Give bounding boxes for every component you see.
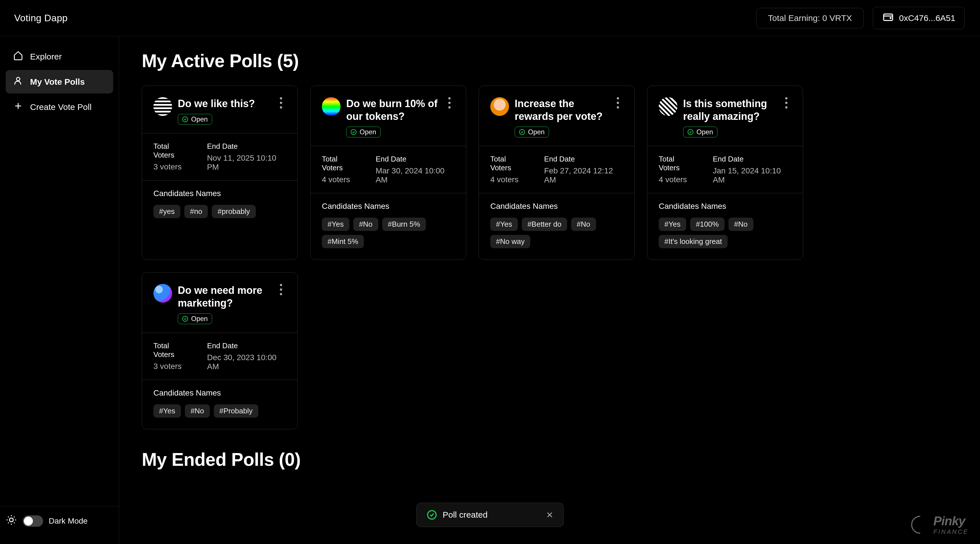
candidate-tags: #yes#no#probably	[153, 205, 286, 218]
candidate-tag: #Yes	[659, 217, 686, 231]
check-circle-icon	[427, 510, 437, 520]
svg-point-13	[617, 97, 619, 100]
candidate-tag: #100%	[690, 217, 724, 231]
candidates-label: Candidates Names	[322, 202, 455, 211]
candidate-tags: #Yes#Better do#No#No way	[490, 217, 623, 248]
header: Voting Dapp Total Earning: 0 VRTX 0xC476…	[0, 0, 980, 36]
candidate-tag: #Mint 5%	[322, 235, 364, 248]
poll-avatar	[153, 284, 172, 303]
poll-title: Do we burn 10% of our tokens?	[346, 97, 439, 123]
end-date-label: End Date	[207, 341, 286, 350]
poll-card: Increase the rewards per vote? Open Tota…	[479, 86, 635, 260]
end-date-value: Dec 30, 2023 10:00 AM	[207, 353, 286, 371]
svg-point-14	[617, 102, 619, 104]
section-title-active: My Active Polls (5)	[142, 51, 957, 71]
poll-avatar	[322, 97, 340, 116]
candidate-tags: #Yes#No#Probably	[153, 404, 286, 418]
svg-point-17	[785, 97, 788, 100]
toast-message: Poll created	[443, 510, 487, 520]
voters-value: 3 voters	[153, 162, 190, 171]
sidebar-item-explorer[interactable]: Explorer	[6, 45, 113, 68]
status-label: Open	[191, 115, 208, 123]
wallet-button[interactable]: 0xC476...6A51	[873, 7, 965, 29]
candidate-tag: #Better do	[522, 217, 567, 231]
candidate-tag: #no	[184, 205, 208, 218]
voters-label: Total Voters	[322, 155, 359, 172]
sun-icon	[6, 514, 17, 528]
section-title-ended: My Ended Polls (0)	[142, 449, 957, 470]
sidebar-item-label: Explorer	[30, 52, 62, 62]
user-icon	[13, 76, 23, 88]
footer-brand-logo: Pinky FINANCE	[911, 514, 969, 536]
header-right: Total Earning: 0 VRTX 0xC476...6A51	[756, 7, 965, 29]
poll-card: Is this something really amazing? Open T…	[647, 86, 803, 260]
svg-point-23	[280, 293, 282, 295]
sidebar: Explorer My Vote Polls Create Vote Poll	[0, 36, 119, 544]
candidates-label: Candidates Names	[153, 189, 286, 198]
candidate-tag: #Yes	[153, 404, 181, 418]
end-date-value: Mar 30, 2024 10:00 AM	[376, 166, 455, 184]
poll-more-button[interactable]	[444, 97, 455, 108]
svg-point-11	[448, 106, 450, 108]
end-date-label: End Date	[544, 155, 623, 163]
swirl-icon	[907, 512, 933, 538]
candidate-tag: #No	[729, 217, 753, 231]
voters-label: Total Voters	[659, 155, 696, 172]
candidate-tag: #It's looking great	[659, 235, 728, 248]
voters-value: 4 voters	[322, 175, 359, 184]
candidates-label: Candidates Names	[659, 202, 791, 211]
plus-icon	[13, 101, 23, 113]
candidate-tag: #No	[571, 217, 596, 231]
voters-label: Total Voters	[153, 142, 190, 160]
poll-avatar	[659, 97, 678, 116]
svg-point-9	[448, 97, 450, 100]
voters-label: Total Voters	[153, 341, 190, 359]
candidate-tag: #Yes	[490, 217, 518, 231]
candidate-tag: #Probably	[214, 404, 258, 418]
sidebar-item-label: My Vote Polls	[30, 77, 85, 87]
theme-toggle-row: Dark Mode	[0, 506, 119, 536]
svg-point-21	[280, 284, 282, 286]
poll-card: Do we like this? Open Total Voters 3 vot…	[142, 86, 298, 260]
candidates-label: Candidates Names	[490, 202, 623, 211]
end-date-value: Nov 11, 2025 10:10 PM	[207, 154, 286, 172]
wallet-address: 0xC476...6A51	[899, 13, 955, 23]
status-label: Open	[191, 315, 208, 323]
svg-point-3	[10, 518, 13, 522]
status-badge: Open	[683, 127, 718, 137]
svg-point-2	[16, 77, 20, 81]
poll-more-button[interactable]	[613, 97, 623, 108]
poll-title: Is this something really amazing?	[683, 97, 776, 123]
status-badge: Open	[178, 313, 212, 324]
footer-brand: Pinky	[933, 514, 969, 528]
svg-point-22	[280, 289, 282, 291]
poll-card: Do we burn 10% of our tokens? Open Total…	[310, 86, 466, 260]
status-label: Open	[528, 128, 545, 136]
candidate-tag: #Burn 5%	[382, 217, 426, 231]
toast-close-button[interactable]: ✕	[546, 510, 553, 520]
status-badge: Open	[515, 127, 549, 137]
svg-point-5	[280, 97, 282, 100]
poll-more-button[interactable]	[781, 97, 791, 108]
end-date-label: End Date	[376, 155, 455, 163]
poll-avatar	[153, 97, 172, 116]
sidebar-item-my-vote-polls[interactable]: My Vote Polls	[6, 70, 113, 94]
poll-more-button[interactable]	[276, 97, 286, 108]
end-date-value: Jan 15, 2024 10:10 AM	[713, 166, 791, 184]
dark-mode-toggle[interactable]	[23, 515, 43, 527]
poll-more-button[interactable]	[276, 284, 286, 295]
status-label: Open	[697, 128, 713, 136]
sidebar-item-create-poll[interactable]: Create Vote Poll	[6, 95, 113, 119]
voters-value: 4 voters	[659, 175, 696, 184]
toast-poll-created: Poll created ✕	[416, 503, 564, 527]
svg-point-10	[448, 102, 450, 104]
home-icon	[13, 51, 23, 63]
status-badge: Open	[178, 114, 212, 125]
candidate-tag: #No way	[490, 235, 530, 248]
poll-title: Do we like this?	[178, 97, 270, 110]
poll-card: Do we need more marketing? Open Total Vo…	[142, 272, 298, 429]
footer-brand-sub: FINANCE	[933, 528, 969, 536]
app-brand: Voting Dapp	[14, 13, 68, 24]
poll-avatar	[490, 97, 509, 116]
voters-value: 3 voters	[153, 362, 190, 371]
